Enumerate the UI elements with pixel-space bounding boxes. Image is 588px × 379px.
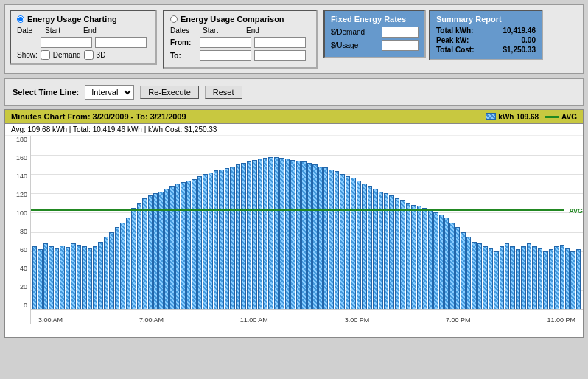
charting-title: Energy Usage Charting [17, 15, 150, 24]
from-end-input[interactable]: 2/28/2009 [254, 37, 306, 48]
y-label-0: 0 [8, 302, 27, 309]
bar-38 [241, 163, 245, 309]
chart-header: Minutes Chart From: 3/20/2009 - To: 3/21… [5, 110, 583, 124]
reset-button[interactable]: Reset [205, 86, 242, 99]
bar-42 [263, 158, 267, 309]
threed-label: 3D [97, 51, 106, 59]
bar-92 [538, 248, 542, 309]
avg-legend-line [545, 116, 559, 118]
bar-98 [570, 251, 575, 309]
bar-85 [500, 246, 504, 309]
comp-end-label: End [246, 27, 267, 35]
fixed-energy-rates-section: Fixed Energy Rates $/Demand 15.0 $/Usage… [323, 10, 426, 58]
bar-86 [505, 243, 509, 309]
charting-radio[interactable] [17, 15, 24, 23]
bar-44 [274, 157, 279, 309]
bar-81 [477, 243, 482, 309]
bar-48 [296, 161, 301, 309]
bars-container [31, 136, 583, 309]
demand-rate-input[interactable]: 15.0 [382, 27, 419, 38]
chart-container: Minutes Chart From: 3/20/2009 - To: 3/21… [4, 109, 584, 338]
comparison-radio[interactable] [170, 15, 178, 23]
x-label-1: 7:00 AM [139, 316, 164, 324]
demand-rate-label: $/Demand [331, 28, 379, 36]
y-label-160: 160 [8, 154, 27, 161]
demand-label: Demand [53, 51, 81, 59]
bar-79 [466, 237, 471, 309]
chart-legend: kWh 109.68 AVG [486, 113, 577, 121]
bar-6 [66, 247, 70, 309]
to-start-input[interactable]: 3/1/2009 [200, 50, 251, 61]
to-end-input[interactable]: 3/28/2009 [254, 50, 306, 61]
bar-25 [169, 186, 174, 309]
bar-89 [521, 246, 525, 309]
from-start-input[interactable]: 2/1/2009 [200, 37, 251, 48]
bar-58 [351, 178, 355, 309]
usage-rate-input[interactable]: 0.12 [382, 40, 419, 51]
bar-77 [455, 227, 460, 309]
bar-36 [230, 167, 234, 309]
bar-3 [49, 246, 53, 309]
bar-19 [137, 203, 141, 309]
bar-90 [527, 243, 531, 309]
y-axis: kWh 180 160 140 120 100 80 60 40 20 0 [5, 136, 31, 324]
date-input-row: 3/20/2009 3/20/2009 [17, 37, 150, 48]
comp-start-label: Start [203, 27, 243, 35]
bar-84 [494, 251, 498, 309]
chart-area: AVG 3:00 AM7:00 AM11:00 AM3:00 PM7:00 PM… [31, 136, 583, 324]
kwh-legend-label: kWh [498, 113, 514, 121]
bar-34 [219, 170, 223, 309]
avg-legend: AVG [545, 113, 577, 121]
x-label-0: 3:00 AM [38, 316, 63, 324]
bar-67 [400, 200, 405, 309]
bar-64 [384, 193, 388, 309]
bar-78 [461, 232, 465, 309]
start-date-input[interactable]: 3/20/2009 [41, 37, 92, 48]
chart-body: kWh 180 160 140 120 100 80 60 40 20 0 AV… [5, 136, 583, 324]
bar-62 [373, 189, 377, 309]
bar-49 [301, 161, 306, 309]
reexecute-button[interactable]: Re-Execute [140, 86, 198, 99]
bar-94 [549, 249, 553, 309]
bar-22 [153, 193, 158, 309]
bar-7 [71, 243, 75, 309]
date-header-row: Date Start End [17, 27, 150, 35]
comparison-title: Energy Usage Comparison [170, 15, 310, 24]
bar-53 [323, 167, 328, 309]
end-date-input[interactable]: 3/20/2009 [95, 37, 147, 48]
y-label-80: 80 [8, 228, 27, 235]
date-label: Date [17, 27, 38, 35]
bar-60 [362, 184, 366, 309]
bar-39 [247, 161, 251, 309]
bar-4 [55, 248, 59, 309]
threed-checkbox[interactable] [84, 50, 94, 60]
demand-checkbox[interactable] [41, 50, 50, 60]
bar-54 [329, 170, 333, 309]
comparison-header-row: Dates Start End [170, 27, 310, 35]
x-axis: 3:00 AM7:00 AM11:00 AM3:00 PM7:00 PM11:0… [31, 309, 583, 324]
bar-50 [307, 163, 312, 309]
bar-20 [142, 198, 147, 309]
kwh-legend: kWh 109.68 [486, 113, 539, 121]
kwh-legend-value: 109.68 [516, 113, 539, 121]
comparison-label: Energy Usage Comparison [181, 15, 284, 24]
usage-rate-row: $/Usage 0.12 [331, 40, 419, 51]
total-cost-row: Total Cost: $1,250.33 [436, 46, 536, 54]
bar-56 [340, 174, 344, 309]
bar-68 [406, 203, 410, 309]
peak-kw-label: Peak kW: [436, 36, 469, 44]
bar-1 [38, 249, 42, 309]
bar-33 [214, 170, 218, 309]
middle-panel: Select Time Line: Interval Re-Execute Re… [4, 78, 584, 106]
fixed-rates-title: Fixed Energy Rates [331, 15, 419, 24]
start-label: Start [45, 27, 66, 35]
bar-75 [444, 218, 449, 309]
timeline-select[interactable]: Interval [85, 85, 134, 100]
bar-95 [554, 246, 559, 309]
bar-73 [433, 212, 438, 309]
bar-55 [335, 171, 339, 309]
chart-title: Minutes Chart From: 3/20/2009 - To: 3/21… [11, 112, 186, 121]
bar-88 [516, 249, 520, 309]
bar-76 [449, 223, 454, 310]
peak-kw-value: 0.00 [522, 36, 536, 44]
